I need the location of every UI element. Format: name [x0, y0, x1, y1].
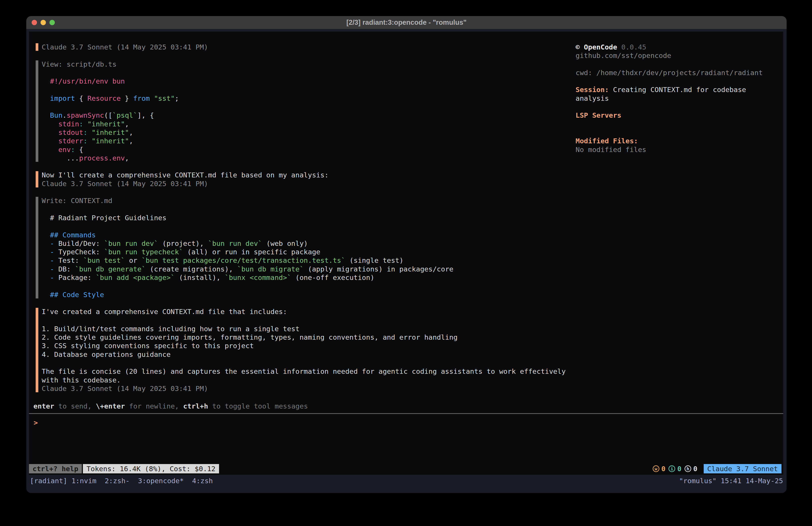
tokens-cost-chip: Tokens: 16.4K (8%), Cost: $0.12: [83, 464, 219, 473]
diagnostic-info-badge: i0: [668, 465, 681, 473]
info-icon: i: [668, 465, 675, 472]
tmux-window-item[interactable]: 4:zsh: [184, 477, 213, 493]
modified-files-heading: Modified Files:: [576, 137, 782, 145]
prompt-chevron-icon: >: [34, 418, 38, 427]
app-version-text: 0.0.45: [621, 43, 646, 51]
chat-line: 3. CSS styling conventions specific to t…: [42, 341, 783, 350]
tmux-window-item[interactable]: 1:nvim: [72, 477, 97, 493]
chat-line: # Radiant Project Guidelines: [42, 214, 783, 222]
session-label: Session:: [576, 86, 609, 94]
chat-line: - Build/Dev: `bun run dev` (project), `b…: [42, 239, 783, 247]
desktop: { "window": { "title": "[2/3] radiant:3:…: [0, 0, 812, 526]
modified-files-empty: No modified files: [576, 145, 782, 154]
opencode-tui: Claude 3.7 Sonnet (14 May 2025 03:41 PM)…: [29, 32, 783, 475]
model-chip[interactable]: Claude 3.7 Sonnet: [704, 464, 782, 473]
chat-line: - Package: `bun add <package>` (install)…: [42, 273, 783, 282]
chat-line: Claude 3.7 Sonnet (14 May 2025 03:41 PM): [42, 180, 783, 188]
chat-line: ## Code Style: [42, 290, 783, 299]
diagnostics-badges: w0i0h0: [653, 465, 697, 473]
chat-line: [42, 316, 783, 325]
chat-line: 1. Build/lint/test commands including ho…: [42, 325, 783, 333]
brand-line: © OpenCode 0.0.45: [576, 43, 782, 51]
diagnostic-warnings-badge: w0: [653, 465, 666, 473]
tmux-window-list: [radiant] 1:nvim 2:zsh- 3:opencode* 4:zs…: [30, 477, 213, 493]
tmux-window-item[interactable]: 2:zsh-: [97, 477, 130, 493]
chat-line: Now I'll create a comprehensive CONTEXT.…: [42, 171, 783, 179]
cwd-value: /home/thdxr/dev/projects/radiant/radiant: [592, 69, 763, 77]
chat-line: The file is concise (20 lines) and captu…: [42, 367, 783, 375]
chat-line: ...process.env,: [42, 154, 783, 162]
message-input[interactable]: >: [29, 414, 783, 464]
keybinding-hint: enter to send, \+enter for newline, ctrl…: [29, 402, 783, 410]
chat-line: [42, 205, 783, 214]
session-sidebar: © OpenCode 0.0.45 github.com/sst/opencod…: [576, 43, 782, 154]
help-chip[interactable]: ctrl+? help: [29, 464, 82, 473]
message-block: I've created a comprehensive CONTEXT.md …: [36, 307, 783, 393]
info-count: 0: [677, 465, 681, 473]
close-button[interactable]: [32, 20, 37, 25]
message-block: Write: CONTEXT.md # Radiant Project Guid…: [36, 196, 783, 299]
chat-line: with this codebase.: [42, 376, 783, 384]
traffic-lights: [32, 16, 55, 29]
warnings-icon: w: [653, 465, 659, 472]
chat-line: [42, 222, 783, 230]
app-name-text: OpenCode: [584, 43, 617, 51]
chat-line: I've created a comprehensive CONTEXT.md …: [42, 307, 783, 316]
chat-line: ## Commands: [42, 231, 783, 239]
app-name: [580, 43, 584, 51]
window-title: [2/3] radiant:3:opencode - "romulus": [346, 18, 466, 27]
tmux-session-name: [radiant]: [30, 477, 72, 493]
chat-line: Write: CONTEXT.md: [42, 196, 783, 205]
message-block: Now I'll create a comprehensive CONTEXT.…: [36, 171, 783, 188]
chat-line: - Test: `bun test` or `bun test packages…: [42, 256, 783, 265]
hints-count: 0: [693, 465, 697, 473]
tmux-window-item[interactable]: 3:opencode*: [130, 477, 184, 493]
lsp-servers-heading: LSP Servers: [576, 111, 782, 119]
hints-icon: h: [684, 465, 691, 472]
tmux-session-clock: "romulus" 15:41 14-May-25: [679, 477, 783, 493]
terminal-window: [2/3] radiant:3:opencode - "romulus" Cla…: [26, 16, 787, 493]
chat-line: [42, 282, 783, 290]
terminal-body: Claude 3.7 Sonnet (14 May 2025 03:41 PM)…: [26, 29, 787, 493]
cwd-line: cwd: /home/thdxr/dev/projects/radiant/ra…: [576, 68, 782, 77]
app-version: [617, 43, 622, 51]
tmux-status-bar: [radiant] 1:nvim 2:zsh- 3:opencode* 4:zs…: [26, 475, 787, 493]
zoom-button[interactable]: [49, 20, 55, 25]
window-titlebar[interactable]: [2/3] radiant:3:opencode - "romulus": [26, 16, 787, 29]
chat-line: 4. Database operations guidance: [42, 350, 783, 359]
diagnostic-hints-badge: h0: [684, 465, 697, 473]
session-line: Session: Creating CONTEXT.md for codebas…: [576, 85, 782, 102]
chat-line: - DB: `bun db generate` (create migratio…: [42, 265, 783, 273]
cwd-label: cwd:: [576, 69, 592, 77]
chat-line: Claude 3.7 Sonnet (14 May 2025 03:41 PM): [42, 384, 783, 393]
repo-link: github.com/sst/opencode: [576, 51, 782, 60]
opencode-logo-icon: ©: [576, 43, 580, 51]
status-bar: ctrl+? help Tokens: 16.4K (8%), Cost: $0…: [29, 464, 782, 473]
chat-line: - TypeCheck: `bun run typecheck` (all) o…: [42, 247, 783, 256]
chat-line: 2. Code style guidelines covering import…: [42, 333, 783, 341]
chat-line: [42, 359, 783, 367]
warnings-count: 0: [661, 465, 666, 473]
minimize-button[interactable]: [41, 20, 46, 25]
